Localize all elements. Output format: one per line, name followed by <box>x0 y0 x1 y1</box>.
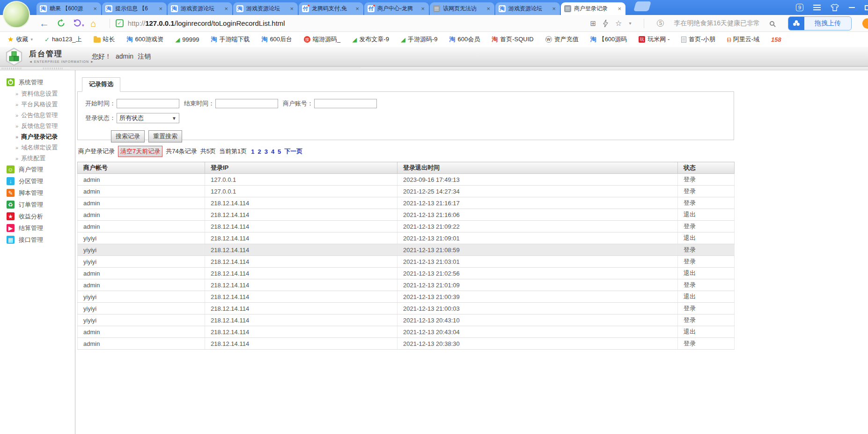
table-row[interactable]: admin127.0.0.12023-09-16 17:49:13登录 <box>78 174 735 186</box>
sidebar-item-script[interactable]: ✎脚本管理 <box>0 187 75 199</box>
browser-tab[interactable]: 付商户中心-龙腾× <box>364 2 429 15</box>
refresh-icon[interactable] <box>57 19 66 28</box>
browser-tab[interactable]: 淘糖果 【600源× <box>37 2 101 15</box>
drag-upload-button[interactable]: 拖拽上传 <box>788 16 852 30</box>
bookmark-item[interactable]: ◢手游源码-9 <box>401 35 438 44</box>
page-link[interactable]: 5 <box>278 148 281 155</box>
table-row[interactable]: yiyiyi218.12.14.1142021-12-13 21:03:01登录 <box>78 256 735 268</box>
sidebar-subitem[interactable]: »资料信息设置 <box>0 88 75 99</box>
minimize-icon[interactable] <box>849 7 855 8</box>
merchant-account-input[interactable] <box>314 99 377 108</box>
table-row[interactable]: admin218.12.14.1142021-12-13 21:16:06退出 <box>78 209 735 221</box>
browser-tab[interactable]: 付龙腾码支付,免× <box>299 2 363 15</box>
clear-old-records-button[interactable]: 清空7天前记录 <box>118 146 162 157</box>
search-icon[interactable] <box>770 21 774 26</box>
page-link[interactable]: 2 <box>257 148 261 155</box>
chevron-down-icon[interactable]: ▾ <box>629 21 631 26</box>
tab-close-icon[interactable]: × <box>92 5 98 12</box>
bookmark-item[interactable]: 首页-小朋 <box>681 35 715 44</box>
tab-close-icon[interactable]: × <box>223 5 229 12</box>
table-row[interactable]: yiyiyi218.12.14.1142021-12-13 21:00:03登录 <box>78 303 735 314</box>
page-link[interactable]: 1 <box>251 148 254 155</box>
sidebar-subitem[interactable]: »反馈信息管理 <box>0 120 75 131</box>
tab-count-badge[interactable]: 9 <box>796 4 803 11</box>
tab-close-icon[interactable]: × <box>551 5 557 12</box>
reset-search-button[interactable]: 重置搜索 <box>148 130 182 142</box>
search-records-button[interactable]: 搜索记录 <box>111 130 145 142</box>
table-row[interactable]: admin218.12.14.1142021-12-13 21:16:17登录 <box>78 197 735 209</box>
bookmark-item[interactable]: 淘手游端下载 <box>211 35 250 44</box>
bookmark-item[interactable]: 淘首页-SQUID <box>492 35 534 44</box>
bookmark-item[interactable]: ✓hao123_上 <box>44 35 82 44</box>
bookmark-item[interactable]: 淘600后台 <box>261 35 292 44</box>
undo-button[interactable]: ▾ <box>73 19 84 28</box>
next-page-link[interactable]: 下一页 <box>284 147 302 156</box>
browser-tab[interactable]: 淘游戏资源论坛× <box>168 2 232 15</box>
browser-tab[interactable]: 商户登录记录× <box>561 2 625 15</box>
search-suggestion-text[interactable]: 李在明绝食第16天健康已非常 <box>674 19 760 28</box>
qr-code-icon[interactable]: ⊞ <box>590 19 596 28</box>
sidebar-item-order[interactable]: ♻订单管理 <box>0 199 75 210</box>
browser-tab[interactable]: 淘游戏资源论坛× <box>233 2 298 15</box>
sidebar-item-partition[interactable]: ↓分区管理 <box>0 175 75 187</box>
table-row[interactable]: yiyiyi218.12.14.1142021-12-13 20:43:10登录 <box>78 314 735 326</box>
sidebar-subitem[interactable]: »公告信息管理 <box>0 110 75 120</box>
sidebar-subitem[interactable]: »域名绑定设置 <box>0 142 75 153</box>
bookmark-item[interactable]: W资产充值 <box>545 35 579 44</box>
browser-avatar[interactable] <box>3 1 30 28</box>
bookmark-item[interactable]: 站长 <box>94 35 115 44</box>
page-link[interactable]: 4 <box>271 148 274 155</box>
favorite-star-icon[interactable]: ☆ <box>615 19 622 28</box>
bookmark-item[interactable]: 玩玩米网 - <box>639 35 669 44</box>
table-row[interactable]: admin127.0.0.12021-12-25 14:27:34登录 <box>78 186 735 197</box>
browser-tab[interactable]: 淘提示信息 【6× <box>102 2 167 15</box>
table-row[interactable]: admin218.12.14.1142021-12-13 21:01:09登录 <box>78 279 735 291</box>
bookmark-item[interactable]: ◢99999 <box>175 36 199 43</box>
tab-close-icon[interactable]: × <box>289 5 294 12</box>
tab-close-icon[interactable]: × <box>354 5 360 12</box>
bookmark-item[interactable]: 搜端游源码_ <box>304 35 340 44</box>
logout-link[interactable]: 注销 <box>138 52 151 61</box>
table-row[interactable]: admin218.12.14.1142021-12-13 20:38:30登录 <box>78 338 735 350</box>
tab-close-icon[interactable]: × <box>158 5 163 12</box>
table-row[interactable]: admin218.12.14.1142021-12-13 21:02:56退出 <box>78 268 735 279</box>
new-tab-button[interactable] <box>631 1 650 14</box>
home-icon[interactable]: ⌂ <box>91 19 96 28</box>
browser-tab[interactable]: 该网页无法访× <box>430 2 494 15</box>
bookmark-item[interactable]: ★收藏▾ <box>7 35 33 44</box>
tab-close-icon[interactable]: × <box>617 5 622 12</box>
login-status-select[interactable]: 所有状态 ▼ <box>117 113 179 123</box>
address-bar[interactable]: ✓ http://127.0.0.1/loginrecord/toLoginRe… <box>116 19 590 27</box>
sidebar-subitem[interactable]: »系统配置 <box>0 153 75 164</box>
sidebar-item-api[interactable]: ▦接口管理 <box>0 234 75 246</box>
end-time-input[interactable] <box>215 99 278 108</box>
browser-tab[interactable]: 淘游戏资源论坛× <box>495 2 560 15</box>
toolbar-extension-icon[interactable] <box>862 18 868 29</box>
sidebar-item-settlement[interactable]: ▶结算管理 <box>0 222 75 234</box>
bookmark-item[interactable]: 淘600游戏资 <box>127 35 164 44</box>
back-icon[interactable]: ← <box>39 18 49 28</box>
sidebar-item-merchant[interactable]: ☺商户管理 <box>0 164 75 175</box>
sidebar-item-system[interactable]: 系统管理 <box>0 76 75 88</box>
table-row[interactable]: yiyiyi218.12.14.1142021-12-13 21:09:01退出 <box>78 232 735 244</box>
page-link[interactable]: 3 <box>265 148 268 155</box>
sidebar-subitem[interactable]: »商户登录记录 <box>0 131 75 142</box>
tab-close-icon[interactable]: × <box>485 5 491 12</box>
tab-close-icon[interactable]: × <box>420 5 426 12</box>
bookmark-item[interactable]: (-)阿里云-域 <box>727 35 759 44</box>
table-row[interactable]: yiyiyi218.12.14.1142021-12-13 21:08:59登录 <box>78 244 735 256</box>
skin-icon[interactable] <box>831 4 839 11</box>
bookmark-item[interactable]: 淘【600源码 <box>590 35 627 44</box>
menu-icon[interactable] <box>813 5 821 10</box>
bookmark-item[interactable]: ◢发布文章-9 <box>352 35 389 44</box>
sidebar-subitem[interactable]: »平台风格设置 <box>0 99 75 110</box>
splitter-strip[interactable] <box>0 67 868 70</box>
bookmark-item[interactable]: 淘600会员 <box>449 35 480 44</box>
sidebar-item-revenue[interactable]: ★收益分析 <box>0 210 75 222</box>
table-row[interactable]: yiyiyi218.12.14.1142021-12-13 21:00:39退出 <box>78 291 735 303</box>
table-row[interactable]: admin218.12.14.1142021-12-13 21:09:22登录 <box>78 221 735 232</box>
table-row[interactable]: admin218.12.14.1142021-12-13 20:43:04退出 <box>78 326 735 338</box>
tab-record-filter[interactable]: 记录筛选 <box>82 77 120 92</box>
start-time-input[interactable] <box>117 99 179 108</box>
maximize-icon[interactable] <box>865 5 868 10</box>
